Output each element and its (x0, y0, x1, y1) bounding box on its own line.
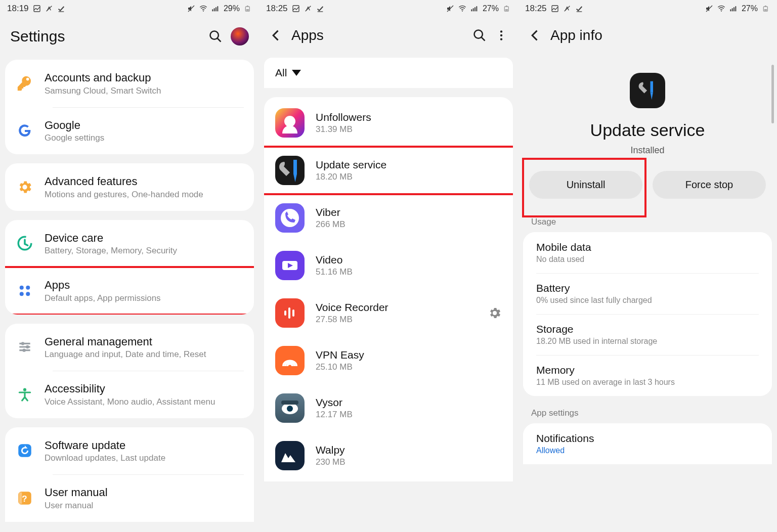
status-battery-pct: 27% (483, 4, 499, 13)
search-icon[interactable] (472, 28, 487, 42)
row-title: Accessibility (45, 382, 244, 396)
app-row-vysor[interactable]: Vysor12.17 MB (264, 384, 513, 432)
mute-icon (446, 5, 454, 13)
info-subtitle: 18.20 MB used in internal storage (536, 337, 759, 346)
settings-row-apps[interactable]: AppsDefault apps, App permissions (5, 267, 254, 315)
usage-row-memory[interactable]: Memory11 MB used on average in last 3 ho… (523, 355, 772, 396)
row-title: User manual (45, 485, 244, 500)
section-label-usage: Usage (518, 214, 777, 232)
settings-row-upd[interactable]: Software updateDownload updates, Last up… (5, 427, 254, 475)
svg-marker-73 (651, 93, 654, 100)
uninstall-button[interactable]: Uninstall (529, 171, 642, 199)
app-row-vpn-easy[interactable]: VPN Easy25.10 MB (264, 337, 513, 384)
row-title: Accounts and backup (45, 71, 244, 85)
info-title: Battery (536, 282, 759, 294)
app-icon (630, 73, 665, 108)
section-label-appsettings: App settings (518, 405, 777, 423)
svg-marker-50 (293, 174, 297, 182)
app-row-viber[interactable]: Viber266 MB (264, 194, 513, 242)
svg-line-13 (218, 38, 221, 42)
row-title: Google (45, 118, 244, 132)
settings-row-man[interactable]: ?User manualUser manual (5, 474, 254, 522)
svg-rect-41 (506, 6, 507, 7)
app-row-update-service[interactable]: Update service18.20 MB (264, 147, 513, 194)
signal-icon (470, 5, 479, 13)
more-icon[interactable] (495, 29, 508, 42)
svg-rect-59 (281, 401, 298, 405)
row-subtitle: Download updates, Last update (45, 453, 244, 463)
svg-rect-49 (293, 160, 297, 174)
app-name: Vysor (316, 396, 502, 409)
battery-icon (762, 5, 770, 13)
settings-row-acc[interactable]: AccessibilityVoice Assistant, Mono audio… (5, 371, 254, 418)
settings-row-care[interactable]: Device careBattery, Storage, Memory, Sec… (5, 220, 254, 268)
usage-row-storage[interactable]: Storage18.20 MB used in internal storage (523, 314, 772, 355)
settings-row-google[interactable]: GoogleGoogle settings (5, 107, 254, 155)
settings-row-gen[interactable]: General managementLanguage and input, Da… (5, 324, 254, 371)
app-install-status: Installed (528, 145, 767, 156)
usage-row-battery[interactable]: Battery0% used since last fully charged (523, 273, 772, 314)
scroll-indicator[interactable] (771, 65, 774, 123)
svg-point-16 (26, 286, 30, 290)
info-title: Mobile data (536, 241, 759, 253)
svg-rect-37 (473, 8, 474, 11)
app-summary: Update service Installed (518, 58, 777, 162)
row-title: Software update (45, 438, 244, 453)
page-title: Apps (291, 27, 464, 43)
usage-row-mobile-data[interactable]: Mobile dataNo data used (523, 232, 772, 273)
svg-rect-42 (505, 9, 508, 11)
app-name: Video (316, 254, 502, 266)
svg-rect-5 (212, 9, 213, 11)
svg-point-22 (26, 345, 29, 348)
row-subtitle: User manual (45, 501, 244, 511)
notifications-row[interactable]: Notifications Allowed (523, 423, 772, 464)
svg-rect-8 (217, 6, 218, 11)
man-icon: ? (15, 489, 34, 508)
app-size: 12.17 MB (316, 410, 502, 420)
gear-icon[interactable] (488, 306, 502, 320)
status-time: 18:19 (7, 4, 29, 14)
mute-icon (705, 5, 713, 13)
key-icon (15, 74, 34, 93)
back-icon[interactable] (528, 28, 542, 42)
app-row-voice-recorder[interactable]: Voice Recorder27.58 MB (264, 289, 513, 337)
settings-row-key[interactable]: Accounts and backupSamsung Cloud, Smart … (5, 60, 254, 107)
app-size: 27.58 MB (316, 315, 477, 325)
filter-dropdown[interactable]: All (264, 58, 513, 88)
svg-rect-7 (215, 7, 217, 11)
info-subtitle: 11 MB used on average in last 3 hours (536, 378, 759, 387)
status-bar: 18:19 29% (0, 0, 259, 17)
page-title: App info (550, 27, 767, 43)
svg-rect-54 (284, 311, 286, 316)
avatar[interactable] (231, 27, 249, 46)
image-icon (33, 5, 41, 13)
search-icon[interactable] (208, 29, 223, 43)
data-off-icon (563, 5, 571, 13)
settings-row-adv[interactable]: Advanced featuresMotions and gestures, O… (5, 163, 254, 211)
force-stop-button[interactable]: Force stop (653, 171, 766, 199)
app-name: Voice Recorder (316, 301, 477, 314)
header: App info (518, 17, 777, 58)
svg-point-24 (22, 349, 25, 352)
svg-point-20 (21, 342, 24, 345)
svg-point-51 (281, 209, 299, 227)
app-row-video[interactable]: Video51.16 MB (264, 242, 513, 289)
svg-rect-55 (288, 307, 290, 319)
gen-icon (15, 337, 34, 357)
svg-rect-68 (735, 6, 736, 11)
wifi-icon (717, 5, 725, 13)
svg-point-64 (721, 11, 722, 12)
battery-icon (503, 5, 511, 13)
battery-icon (244, 5, 252, 13)
app-name: Unfollowers (316, 111, 502, 123)
app-row-unfollowers[interactable]: Unfollowers31.39 MB (264, 99, 513, 147)
app-row-walpy[interactable]: Walpy230 MB (264, 432, 513, 479)
back-icon[interactable] (269, 28, 283, 42)
app-icon (275, 298, 305, 328)
svg-point-25 (23, 388, 26, 391)
svg-rect-39 (476, 6, 477, 11)
app-name: Walpy (316, 444, 502, 456)
chevron-down-icon (292, 70, 301, 76)
row-subtitle: Voice Assistant, Mono audio, Assistant m… (45, 397, 244, 407)
svg-rect-70 (765, 6, 766, 7)
